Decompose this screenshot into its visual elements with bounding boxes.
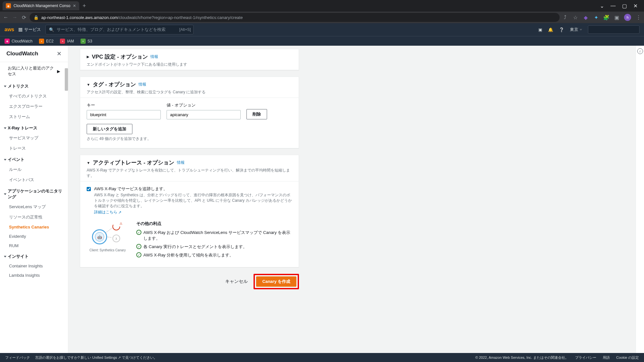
tab-title: CloudWatch Management Conso xyxy=(14,4,70,8)
highlight-annotation: Canary を作成 xyxy=(254,274,299,289)
close-window-icon[interactable]: ✕ xyxy=(633,3,638,9)
lock-icon: 🔒 xyxy=(34,15,39,20)
caret-down-icon xyxy=(4,86,6,87)
back-button[interactable]: ← xyxy=(3,14,9,20)
nav-group-insights[interactable]: インサイト xyxy=(0,250,68,261)
aws-search[interactable]: 🔍 サービス、特徴、ブログ、およびドキュメントなどを検索 [Alt+S] xyxy=(45,25,194,34)
forward-button[interactable]: → xyxy=(12,14,18,20)
nav-group-xray[interactable]: X-Ray トレース xyxy=(0,122,68,133)
check-icon: ✓ xyxy=(136,252,141,257)
nav-group-label: メトリクス xyxy=(8,83,29,89)
caret-down-icon xyxy=(4,193,6,195)
caret-down-icon xyxy=(4,256,6,257)
share-icon[interactable]: ⤴ xyxy=(562,14,568,20)
nav-item-synthetics-canaries[interactable]: Synthetics Canaries xyxy=(0,222,68,232)
caret-down-icon xyxy=(4,127,6,129)
url-path: /cloudwatch/home?region=ap-northeast-1#s… xyxy=(118,15,243,20)
nav-item-lambda-insights[interactable]: Lambda Insights xyxy=(0,271,68,280)
help-icon[interactable]: ❔ xyxy=(559,27,564,32)
tab-close-icon[interactable]: ✕ xyxy=(73,4,76,8)
svc-shortcut-cloudwatch[interactable]: ◈CloudWatch xyxy=(5,39,33,44)
services-menu[interactable]: サービス xyxy=(19,27,41,32)
svc-shortcut-s3[interactable]: ▪S3 xyxy=(81,39,92,44)
nav-item-explorer[interactable]: エクスプローラー xyxy=(0,101,68,112)
iam-icon: ▪ xyxy=(60,39,65,44)
svc-label: IAM xyxy=(67,39,74,43)
cloudwatch-icon: ◈ xyxy=(5,39,10,44)
info-link[interactable]: 情報 xyxy=(139,82,146,87)
minimize-icon[interactable]: ― xyxy=(610,3,616,9)
notifications-icon[interactable]: 🔔 xyxy=(548,27,553,32)
nav-item-servicelens[interactable]: ServiceLens マップ xyxy=(0,202,68,212)
collapse-icon[interactable]: ▼ xyxy=(87,161,90,165)
create-canary-button[interactable]: Canary を作成 xyxy=(256,276,296,287)
favorites-label: お気に入りと最近のアクセス xyxy=(8,65,57,77)
sidebar-close-icon[interactable]: ✕ xyxy=(57,50,62,57)
illustration-caption: Client: Synthetics Canary xyxy=(90,248,126,252)
expand-icon[interactable]: ▶ xyxy=(87,55,89,59)
benefit-item: ✓AWS X-Ray 分析を使用して傾向を表示します。 xyxy=(136,252,292,258)
tag-hint: さらに 49 個のタグを追加できます。 xyxy=(87,136,292,142)
svc-shortcut-iam[interactable]: ▪IAM xyxy=(60,39,74,44)
maximize-icon[interactable]: ▢ xyxy=(622,3,627,9)
browser-tab[interactable]: ◈ CloudWatch Management Conso ✕ xyxy=(3,1,79,10)
benefits-title: その他の利点 xyxy=(136,221,292,227)
nav-item-event-buses[interactable]: イベントバス xyxy=(0,175,68,185)
tag-value-input[interactable] xyxy=(167,110,241,119)
check-icon: ✓ xyxy=(136,244,141,249)
nav-group-events[interactable]: イベント xyxy=(0,153,68,164)
nav-item-traces[interactable]: トレース xyxy=(0,143,68,153)
info-link[interactable]: 情報 xyxy=(150,54,158,60)
cloudshell-icon[interactable]: ▣ xyxy=(538,27,542,32)
kebab-menu-icon[interactable]: ⋮ xyxy=(636,14,641,20)
panel-active-trace: ▼ アクティブトレース - オプション 情報 AWS X-Ray でアクティブな… xyxy=(80,155,299,267)
nav-item-all-metrics[interactable]: すべてのメトリクス xyxy=(0,91,68,101)
nav-item-streams[interactable]: ストリーム xyxy=(0,112,68,122)
nav-group-metrics[interactable]: メトリクス xyxy=(0,80,68,91)
profile-avatar[interactable]: h xyxy=(624,14,631,21)
add-tag-button[interactable]: 新しいタグを追加 xyxy=(87,124,132,134)
sidebar-scrollbar[interactable] xyxy=(65,68,68,91)
collapse-icon[interactable]: ▼ xyxy=(87,83,90,87)
region-selector[interactable]: 東京 xyxy=(570,27,582,32)
panel-title: アクティブトレース - オプション xyxy=(93,159,174,166)
account-menu[interactable] xyxy=(588,25,639,34)
reload-button[interactable]: ⟳ xyxy=(21,14,27,21)
nav-group-label: イベント xyxy=(8,157,24,162)
search-icon: 🔍 xyxy=(49,27,54,32)
delete-tag-button[interactable]: 削除 xyxy=(246,109,267,119)
extension-icon-1[interactable]: ◆ xyxy=(583,14,589,20)
cancel-button[interactable]: キャンセル xyxy=(223,276,250,287)
caret-down-icon xyxy=(580,29,582,31)
nav-item-rum[interactable]: RUM xyxy=(0,241,68,250)
tag-value-label: 値 - オプション xyxy=(167,102,241,108)
address-bar[interactable]: 🔒 ap-northeast-1.console.aws.amazon.com/… xyxy=(30,13,560,22)
caret-down-icon[interactable]: ⌄ xyxy=(600,3,604,9)
nav-item-evidently[interactable]: Evidently xyxy=(0,232,68,241)
bookmark-icon[interactable]: ☆ xyxy=(572,14,578,20)
nav-item-container-insights[interactable]: Container Insights xyxy=(0,261,68,271)
learn-more-link[interactable]: 詳細はこちら↗ xyxy=(94,209,121,215)
side-panel-icon[interactable]: ▣ xyxy=(614,14,620,20)
aws-logo[interactable]: aws xyxy=(5,27,14,32)
sidebar: CloudWatch ✕ お気に入りと最近のアクセス ▶ メトリクス すべてのメ… xyxy=(0,46,68,353)
extensions-icon[interactable]: 🧩 xyxy=(603,14,609,20)
nav-group-appmon[interactable]: アプリケーションのモニタリング xyxy=(0,185,68,202)
tag-key-input[interactable] xyxy=(87,110,161,119)
nav-item-rules[interactable]: ルール xyxy=(0,164,68,175)
extension-icon-2[interactable]: ✦ xyxy=(593,14,599,20)
svg-point-3 xyxy=(113,223,120,230)
info-panel-toggle-icon[interactable]: i xyxy=(637,48,643,54)
xray-checkbox[interactable] xyxy=(87,187,91,191)
ec2-icon: ▪ xyxy=(39,39,44,44)
sidebar-title: CloudWatch xyxy=(6,51,38,57)
nav-item-resource-health[interactable]: リソースの正常性 xyxy=(0,212,68,222)
nav-item-service-map[interactable]: サービスマップ xyxy=(0,133,68,143)
svc-shortcut-ec2[interactable]: ▪EC2 xyxy=(39,39,53,44)
panel-desc: AWS X-Ray でアクティブなトレースを有効にして、トラブルシューティングを… xyxy=(87,168,292,179)
svg-line-8 xyxy=(105,228,112,233)
search-placeholder: サービス、特徴、ブログ、およびドキュメントなどを検索 xyxy=(57,27,166,32)
sidebar-favorites[interactable]: お気に入りと最近のアクセス ▶ xyxy=(0,62,68,80)
new-tab-button[interactable]: + xyxy=(82,3,86,9)
info-link[interactable]: 情報 xyxy=(177,160,185,165)
